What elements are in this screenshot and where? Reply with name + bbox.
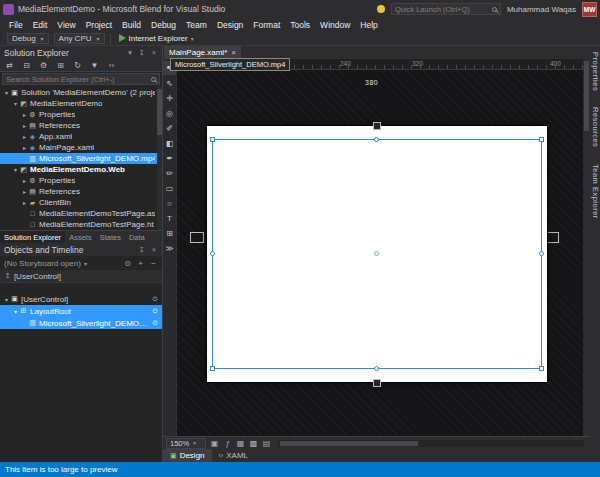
collapsed-arrow-icon[interactable]: ▸ (21, 122, 28, 129)
side-tab-resources[interactable]: Resources (591, 107, 600, 147)
resize-handle-top[interactable] (374, 137, 379, 142)
collapsed-arrow-icon[interactable]: ▸ (21, 144, 28, 151)
solution-tree-item-references[interactable]: ▸▤References (0, 186, 162, 197)
collapsed-arrow-icon[interactable]: ▸ (21, 133, 28, 140)
expanded-arrow-icon[interactable]: ▾ (3, 89, 10, 96)
close-icon[interactable]: × (150, 49, 158, 57)
collapse-all-icon[interactable]: ⊟ (20, 61, 33, 70)
sync-active-document-icon[interactable]: ⇄ (3, 61, 16, 70)
vertical-scrollbar[interactable] (583, 59, 590, 436)
close-icon[interactable]: × (231, 48, 236, 57)
resize-handle-top-right[interactable] (539, 137, 544, 142)
pin-icon[interactable]: ↧ (138, 246, 146, 254)
solution-tree-item-mediaelementdemo-web[interactable]: ▾◩MediaElementDemo.Web (0, 164, 162, 175)
right-margin-adorner[interactable] (545, 232, 559, 243)
close-storyboard-icon[interactable]: ⊙ (123, 259, 132, 268)
collapsed-arrow-icon[interactable]: ▸ (21, 188, 28, 195)
quick-launch-input[interactable]: Quick Launch (Ctrl+Q) (391, 3, 501, 15)
visibility-icon[interactable]: ⊙ (152, 307, 158, 315)
expanded-arrow-icon[interactable]: ▾ (12, 100, 19, 107)
scrollbar-thumb[interactable] (280, 441, 418, 446)
collapsed-arrow-icon[interactable]: ▸ (21, 177, 28, 184)
solution-tree-item-properties[interactable]: ▸⚙Properties (0, 175, 162, 186)
direct-selection-tool[interactable]: ⇖ (163, 76, 176, 90)
menu-team[interactable]: Team (181, 20, 212, 30)
panel-tab-data[interactable]: Data (125, 231, 149, 243)
center-anchor[interactable] (374, 251, 379, 256)
text-tool[interactable]: T (163, 211, 176, 225)
resize-handle-bottom-right[interactable] (539, 366, 544, 371)
left-margin-adorner[interactable] (190, 232, 204, 243)
remove-storyboard-icon[interactable]: − (149, 259, 158, 268)
window-position-icon[interactable]: ▾ (126, 49, 134, 57)
collapsed-arrow-icon[interactable]: ▸ (21, 111, 28, 118)
menu-build[interactable]: Build (117, 20, 146, 30)
snap-gridlines-icon[interactable]: ▩ (248, 439, 259, 448)
side-tab-team-explorer[interactable]: Team Explorer (591, 164, 600, 219)
collapsed-arrow-icon[interactable]: ▸ (21, 199, 28, 206)
expanded-arrow-icon[interactable]: ▾ (3, 296, 10, 303)
avatar[interactable]: MW (582, 2, 597, 17)
feedback-smiley-icon[interactable] (377, 5, 385, 13)
solution-tree-item-app-xaml[interactable]: ▸◈App.xaml (0, 131, 162, 142)
solution-tree-item-references[interactable]: ▸▤References (0, 120, 162, 131)
solution-search-input[interactable]: Search Solution Explorer (Ctrl+-) (2, 73, 160, 85)
pen-tool[interactable]: ✒ (163, 151, 176, 165)
properties-icon[interactable]: ⚙ (37, 61, 50, 70)
bottom-anchor-adorner[interactable] (373, 379, 381, 387)
menu-design[interactable]: Design (212, 20, 248, 30)
solution-tree-scrollbar[interactable] (157, 87, 162, 230)
selection-rectangle[interactable] (212, 139, 542, 369)
scrollbar-thumb[interactable] (584, 61, 589, 131)
objects-tree-item-usercontrol[interactable]: ▾▣[UserControl]⊙ (0, 293, 162, 305)
solution-tree-item-mediaelementdemotestpage-as[interactable]: □MediaElementDemoTestPage.as… (0, 208, 162, 219)
panel-tab-solution-explorer[interactable]: Solution Explorer (0, 231, 65, 243)
solution-config-combo[interactable]: Debug ▾ (7, 33, 49, 44)
ellipse-tool[interactable]: ○ (163, 196, 176, 210)
visibility-icon[interactable]: ⊙ (152, 295, 158, 303)
solution-tree-item-clientbin[interactable]: ▸▰ClientBin (0, 197, 162, 208)
blend-app-icon[interactable] (3, 4, 14, 15)
solution-tree-item-mediaelementdemo[interactable]: ▾◩MediaElementDemo (0, 98, 162, 109)
platform-combo[interactable]: Any CPU ▾ (54, 33, 105, 44)
eyedropper-tool[interactable]: ✐ (163, 121, 176, 135)
grid-tool[interactable]: ⊞ (163, 226, 176, 240)
menu-edit[interactable]: Edit (28, 20, 53, 30)
storyboard-picker[interactable]: (No Storyboard open) ▾ ⊙+− (0, 256, 162, 270)
horizontal-scrollbar[interactable] (278, 440, 584, 447)
artboard[interactable]: 380 (177, 70, 583, 436)
fit-to-screen-icon[interactable]: ▣ (209, 439, 220, 448)
add-storyboard-icon[interactable]: + (136, 259, 145, 268)
menu-file[interactable]: File (4, 20, 28, 30)
rectangle-tool[interactable]: ▭ (163, 181, 176, 195)
pan-tool[interactable]: ✛ (163, 91, 176, 105)
effects-icon[interactable]: ƒ (222, 439, 233, 448)
close-icon[interactable]: × (150, 246, 158, 254)
menu-window[interactable]: Window (315, 20, 355, 30)
expanded-arrow-icon[interactable]: ▾ (12, 308, 19, 315)
scope-breadcrumb[interactable]: ↥ [UserControl] (0, 270, 162, 283)
zoom-tool[interactable]: ◎ (163, 106, 176, 120)
solution-tree-item-solution-mediaelementdemo-2-proje[interactable]: ▾▣Solution 'MediaElementDemo' (2 proje (0, 87, 162, 98)
view-code-icon[interactable]: ‹› (105, 61, 118, 70)
show-all-files-icon[interactable]: ⊞ (54, 61, 67, 70)
zoom-combo[interactable]: 150% ▾ (166, 438, 206, 449)
objects-tree-item-layoutroot[interactable]: ▾⊞LayoutRoot⊙ (0, 305, 162, 317)
user-name[interactable]: Muhammad Waqas (507, 5, 576, 14)
assets-tool[interactable]: ≫ (163, 241, 176, 255)
pencil-tool[interactable]: ✏ (163, 166, 176, 180)
menu-tools[interactable]: Tools (285, 20, 315, 30)
solution-tree-item-microsoft-silverlight-demo-mp4[interactable]: ▥Microsoft_Silverlight_DEMO.mp4 (0, 153, 162, 164)
side-tab-properties[interactable]: Properties (591, 52, 600, 91)
scrollbar-thumb[interactable] (157, 89, 162, 135)
solution-tree-item-mainpage-xaml[interactable]: ▸◈MainPage.xaml (0, 142, 162, 153)
solution-tree-item-properties[interactable]: ▸⚙Properties (0, 109, 162, 120)
menu-project[interactable]: Project (81, 20, 117, 30)
pin-icon[interactable]: ↧ (138, 49, 146, 57)
expanded-arrow-icon[interactable]: ▾ (12, 166, 19, 173)
resize-handle-right[interactable] (539, 251, 544, 256)
solution-tree-item-mediaelementdemotestpage-ht[interactable]: □MediaElementDemoTestPage.ht… (0, 219, 162, 230)
visibility-icon[interactable]: ⊙ (152, 319, 158, 327)
top-anchor-adorner[interactable] (373, 122, 381, 130)
resize-handle-top-left[interactable] (210, 137, 215, 142)
